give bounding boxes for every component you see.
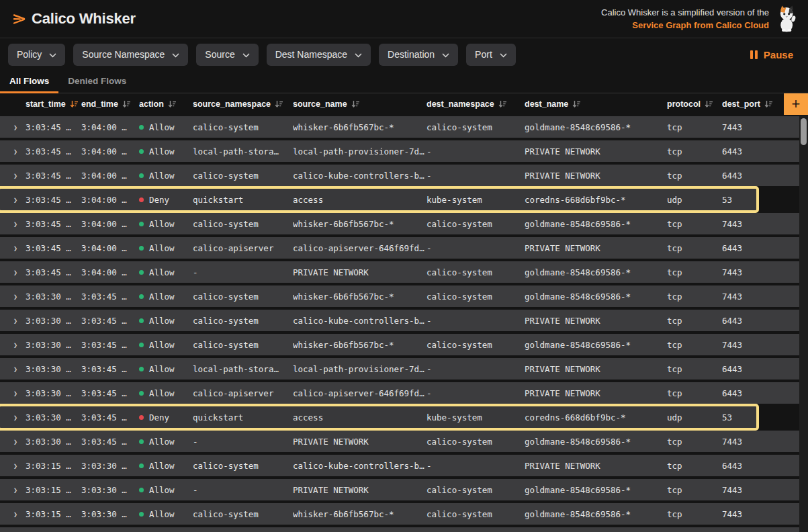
flow-row[interactable]: ❯ 3:03:15 … 3:03:30 … Allow calico-apise… — [0, 527, 799, 532]
action-status-dot — [139, 270, 144, 275]
column-header-end_time[interactable]: end_time — [81, 99, 139, 109]
cell-action: Allow — [139, 388, 193, 398]
sort-icon[interactable] — [275, 100, 283, 108]
expand-caret-icon[interactable]: ❯ — [0, 148, 26, 155]
cell-protocol: tcp — [667, 437, 722, 447]
sort-icon[interactable] — [168, 100, 177, 108]
flow-row[interactable]: ❯ 3:03:45 … 3:04:00 … Allow calico-syste… — [0, 165, 799, 186]
flow-row[interactable]: ❯ 3:03:30 … 3:03:45 … Allow local-path-s… — [0, 358, 799, 380]
cell-source-name: calico-apiserver-646f69fd… — [293, 243, 427, 253]
action-status-dot — [139, 367, 144, 371]
cell-dest-namespace: kube-system — [427, 195, 525, 205]
flow-row[interactable]: ❯ 3:03:45 … 3:04:00 … Deny quickstart ac… — [0, 189, 756, 210]
column-header-action[interactable]: action — [139, 99, 193, 109]
cell-dest-namespace: - — [427, 243, 525, 253]
cell-protocol: tcp — [667, 461, 722, 471]
filter-dropdown-destination[interactable]: Destination — [379, 44, 458, 66]
sort-icon[interactable] — [572, 100, 581, 108]
pause-button[interactable]: Pause — [750, 49, 793, 60]
flow-row[interactable]: ❯ 3:03:30 … 3:03:45 … Allow - PRIVATE NE… — [0, 431, 799, 452]
tab-all-flows[interactable]: All Flows — [0, 71, 58, 93]
service-graph-link[interactable]: Service Graph from Calico Cloud — [632, 20, 769, 30]
sort-icon[interactable] — [351, 100, 360, 108]
cell-protocol: udp — [667, 412, 722, 423]
sort-icon[interactable] — [122, 100, 131, 108]
scrollbar-thumb[interactable] — [801, 118, 807, 145]
sort-icon[interactable] — [764, 100, 773, 108]
action-status-dot — [139, 488, 144, 492]
expand-caret-icon[interactable]: ❯ — [0, 269, 26, 276]
column-header-protocol[interactable]: protocol — [667, 99, 722, 109]
cell-protocol: tcp — [667, 292, 722, 302]
expand-caret-icon[interactable]: ❯ — [0, 341, 26, 349]
filter-dropdown-dest-namespace[interactable]: Dest Namespace — [267, 44, 371, 66]
cell-source-namespace: quickstart — [193, 195, 293, 205]
flow-row[interactable]: ❯ 3:03:45 … 3:04:00 … Allow local-path-s… — [0, 140, 799, 162]
cell-source-name: whisker-6b6fb567bc-* — [293, 122, 427, 132]
expand-caret-icon[interactable]: ❯ — [0, 438, 26, 445]
expand-caret-icon[interactable]: ❯ — [0, 245, 26, 252]
expand-caret-icon[interactable]: ❯ — [0, 365, 26, 373]
expand-caret-icon[interactable]: ❯ — [0, 390, 26, 397]
flow-row[interactable]: ❯ 3:03:30 … 3:03:45 … Allow calico-syste… — [0, 334, 799, 355]
add-column-button[interactable]: + — [784, 93, 808, 115]
column-header-start_time[interactable]: start_time — [26, 99, 81, 109]
filter-dropdown-source-namespace[interactable]: Source Namespace — [73, 44, 188, 66]
cell-source-namespace: local-path-stora… — [193, 364, 293, 374]
flow-row[interactable]: ❯ 3:03:45 … 3:04:00 … Allow calico-apise… — [0, 237, 799, 259]
expand-caret-icon[interactable]: ❯ — [0, 124, 26, 131]
cell-source-name: local-path-provisioner-7d… — [293, 146, 427, 157]
cell-dest-name: PRIVATE NETWORK — [525, 171, 667, 181]
column-header-source_name[interactable]: source_name — [293, 99, 427, 109]
filter-dropdown-policy[interactable]: Policy — [8, 44, 65, 66]
flow-row[interactable]: ❯ 3:03:45 … 3:04:00 … Allow - PRIVATE NE… — [0, 261, 799, 283]
vertical-scrollbar[interactable] — [799, 116, 808, 532]
sort-icon[interactable] — [70, 100, 79, 108]
expand-caret-icon[interactable]: ❯ — [0, 172, 26, 179]
expand-caret-icon[interactable]: ❯ — [0, 486, 26, 494]
filter-dropdown-port[interactable]: Port — [466, 44, 516, 66]
cell-start-time: 3:03:45 … — [26, 195, 81, 205]
flow-row[interactable]: ❯ 3:03:30 … 3:03:45 … Allow calico-apise… — [0, 382, 799, 404]
cell-source-name: whisker-6b6fb567bc-* — [293, 340, 427, 350]
expand-caret-icon[interactable]: ❯ — [0, 414, 26, 421]
tab-denied-flows[interactable]: Denied Flows — [58, 71, 136, 93]
sort-icon[interactable] — [498, 100, 507, 108]
sort-icon[interactable] — [705, 100, 713, 108]
flow-row[interactable]: ❯ 3:03:30 … 3:03:45 … Deny quickstart ac… — [0, 406, 756, 428]
cell-action: Allow — [139, 146, 193, 157]
action-status-dot — [139, 125, 144, 130]
column-header-dest_port[interactable]: dest_port — [722, 99, 784, 109]
expand-caret-icon[interactable]: ❯ — [0, 462, 26, 470]
flow-row[interactable]: ❯ 3:03:15 … 3:03:30 … Allow calico-syste… — [0, 503, 799, 525]
cell-source-name: calico-apiserver-646f69fd… — [293, 388, 427, 398]
flow-row[interactable]: ❯ 3:03:30 … 3:03:45 … Allow calico-syste… — [0, 310, 799, 331]
column-header-source_namespace[interactable]: source_namespace — [193, 99, 293, 109]
column-header-dest_namespace[interactable]: dest_namespace — [427, 99, 525, 109]
chevron-down-icon — [242, 53, 250, 58]
flow-row[interactable]: ❯ 3:03:45 … 3:04:00 … Allow calico-syste… — [0, 116, 799, 138]
flow-row[interactable]: ❯ 3:03:15 … 3:03:30 … Allow calico-syste… — [0, 455, 799, 476]
cell-start-time: 3:03:15 … — [26, 461, 81, 471]
cell-protocol: tcp — [667, 122, 722, 132]
action-status-dot — [139, 197, 144, 202]
expand-caret-icon[interactable]: ❯ — [0, 220, 26, 228]
expand-caret-icon[interactable]: ❯ — [0, 196, 26, 204]
expand-caret-icon[interactable]: ❯ — [0, 511, 26, 518]
flow-row[interactable]: ❯ 3:03:30 … 3:03:45 … Allow calico-syste… — [0, 285, 799, 307]
expand-caret-icon[interactable]: ❯ — [0, 293, 26, 300]
flow-row[interactable]: ❯ 3:03:15 … 3:03:30 … Allow - PRIVATE NE… — [0, 479, 799, 500]
cell-end-time: 3:04:00 … — [81, 243, 139, 253]
cell-dest-port: 53 — [722, 412, 756, 423]
filter-dropdown-source[interactable]: Source — [196, 44, 258, 66]
cell-action: Allow — [139, 219, 193, 229]
cell-dest-port: 7443 — [722, 509, 799, 519]
cell-dest-name: coredns-668d6bf9bc-* — [525, 195, 667, 205]
cell-start-time: 3:03:45 … — [26, 146, 81, 157]
cell-source-namespace: quickstart — [193, 412, 293, 423]
cell-start-time: 3:03:30 … — [26, 340, 81, 350]
cell-source-name: calico-kube-controllers-b… — [293, 316, 427, 326]
expand-caret-icon[interactable]: ❯ — [0, 317, 26, 324]
column-header-dest_name[interactable]: dest_name — [525, 99, 667, 109]
flow-row[interactable]: ❯ 3:03:45 … 3:04:00 … Allow calico-syste… — [0, 213, 799, 234]
